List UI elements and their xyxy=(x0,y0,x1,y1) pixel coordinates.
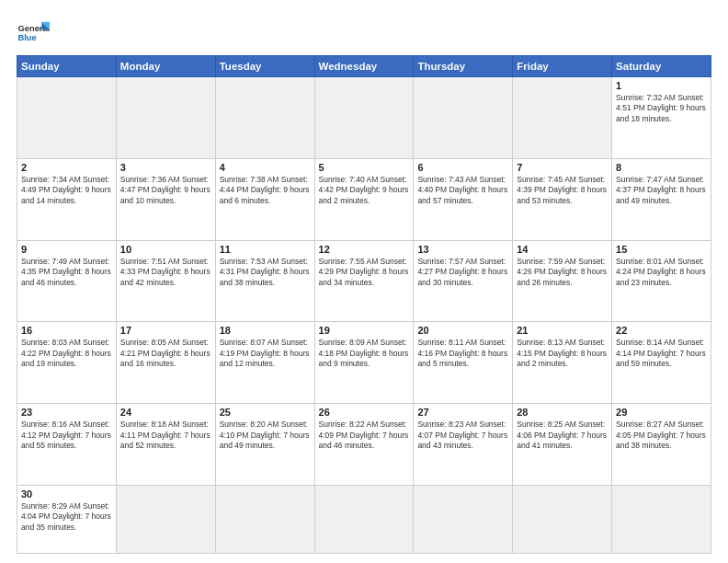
logo-icon: General Blue xyxy=(17,17,50,50)
day-number: 16 xyxy=(21,325,112,336)
calendar-cell xyxy=(116,77,215,159)
day-number: 3 xyxy=(120,162,211,173)
day-number: 18 xyxy=(220,325,311,336)
day-info: Sunrise: 7:47 AM Sunset: 4:37 PM Dayligh… xyxy=(616,175,707,206)
calendar-cell: 23Sunrise: 8:16 AM Sunset: 4:12 PM Dayli… xyxy=(17,404,117,486)
week-row-5: 23Sunrise: 8:16 AM Sunset: 4:12 PM Dayli… xyxy=(17,404,711,486)
day-info: Sunrise: 8:18 AM Sunset: 4:11 PM Dayligh… xyxy=(120,419,211,451)
day-info: Sunrise: 8:25 AM Sunset: 4:06 PM Dayligh… xyxy=(517,419,608,451)
day-number: 13 xyxy=(417,244,508,255)
week-row-2: 2Sunrise: 7:34 AM Sunset: 4:49 PM Daylig… xyxy=(17,158,711,240)
day-info: Sunrise: 8:09 AM Sunset: 4:18 PM Dayligh… xyxy=(319,338,410,369)
day-number: 15 xyxy=(616,244,707,255)
calendar-cell: 13Sunrise: 7:57 AM Sunset: 4:27 PM Dayli… xyxy=(414,240,513,322)
day-number: 17 xyxy=(120,325,211,336)
calendar-cell: 18Sunrise: 8:07 AM Sunset: 4:19 PM Dayli… xyxy=(215,322,314,404)
day-number: 21 xyxy=(517,325,608,336)
day-number: 8 xyxy=(616,162,707,173)
calendar-cell: 30Sunrise: 8:29 AM Sunset: 4:04 PM Dayli… xyxy=(17,485,117,553)
calendar-cell xyxy=(314,485,414,553)
calendar-cell xyxy=(17,77,117,159)
calendar-cell xyxy=(215,485,314,553)
calendar-cell: 11Sunrise: 7:53 AM Sunset: 4:31 PM Dayli… xyxy=(215,240,314,322)
calendar-cell xyxy=(513,485,612,553)
week-row-4: 16Sunrise: 8:03 AM Sunset: 4:22 PM Dayli… xyxy=(17,322,711,404)
week-row-1: 1Sunrise: 7:32 AM Sunset: 4:51 PM Daylig… xyxy=(17,77,711,159)
weekday-header-sunday: Sunday xyxy=(17,56,117,77)
calendar-cell xyxy=(314,77,414,159)
day-number: 11 xyxy=(220,244,311,255)
week-row-3: 9Sunrise: 7:49 AM Sunset: 4:35 PM Daylig… xyxy=(17,240,711,322)
weekday-header-tuesday: Tuesday xyxy=(215,56,314,77)
day-number: 2 xyxy=(21,162,112,173)
day-number: 9 xyxy=(21,244,112,255)
calendar-cell: 14Sunrise: 7:59 AM Sunset: 4:26 PM Dayli… xyxy=(513,240,612,322)
day-number: 14 xyxy=(517,244,608,255)
calendar-cell: 15Sunrise: 8:01 AM Sunset: 4:24 PM Dayli… xyxy=(612,240,711,322)
calendar-cell: 20Sunrise: 8:11 AM Sunset: 4:16 PM Dayli… xyxy=(414,322,513,404)
day-number: 30 xyxy=(21,488,112,500)
calendar-cell: 17Sunrise: 8:05 AM Sunset: 4:21 PM Dayli… xyxy=(116,322,215,404)
day-info: Sunrise: 7:53 AM Sunset: 4:31 PM Dayligh… xyxy=(220,257,311,288)
calendar-cell: 25Sunrise: 8:20 AM Sunset: 4:10 PM Dayli… xyxy=(215,404,314,486)
calendar-cell: 8Sunrise: 7:47 AM Sunset: 4:37 PM Daylig… xyxy=(612,158,711,240)
day-info: Sunrise: 7:55 AM Sunset: 4:29 PM Dayligh… xyxy=(319,257,410,288)
calendar-cell: 21Sunrise: 8:13 AM Sunset: 4:15 PM Dayli… xyxy=(513,322,612,404)
week-row-6: 30Sunrise: 8:29 AM Sunset: 4:04 PM Dayli… xyxy=(17,485,711,553)
calendar-cell: 2Sunrise: 7:34 AM Sunset: 4:49 PM Daylig… xyxy=(17,158,117,240)
day-number: 28 xyxy=(517,407,608,418)
day-info: Sunrise: 8:14 AM Sunset: 4:14 PM Dayligh… xyxy=(616,338,707,369)
day-info: Sunrise: 8:05 AM Sunset: 4:21 PM Dayligh… xyxy=(120,338,211,369)
day-number: 27 xyxy=(417,407,508,418)
calendar-cell: 26Sunrise: 8:22 AM Sunset: 4:09 PM Dayli… xyxy=(314,404,414,486)
day-info: Sunrise: 7:49 AM Sunset: 4:35 PM Dayligh… xyxy=(21,257,112,288)
day-info: Sunrise: 8:03 AM Sunset: 4:22 PM Dayligh… xyxy=(21,338,112,369)
day-info: Sunrise: 8:20 AM Sunset: 4:10 PM Dayligh… xyxy=(220,419,311,451)
day-number: 25 xyxy=(220,407,311,418)
calendar-cell: 10Sunrise: 7:51 AM Sunset: 4:33 PM Dayli… xyxy=(116,240,215,322)
day-info: Sunrise: 8:27 AM Sunset: 4:05 PM Dayligh… xyxy=(616,419,707,451)
day-info: Sunrise: 7:40 AM Sunset: 4:42 PM Dayligh… xyxy=(319,175,410,206)
calendar-cell xyxy=(215,77,314,159)
page-header: General Blue xyxy=(17,17,711,50)
calendar-cell: 16Sunrise: 8:03 AM Sunset: 4:22 PM Dayli… xyxy=(17,322,117,404)
day-info: Sunrise: 8:16 AM Sunset: 4:12 PM Dayligh… xyxy=(21,419,112,451)
calendar-cell: 29Sunrise: 8:27 AM Sunset: 4:05 PM Dayli… xyxy=(612,404,711,486)
calendar-cell: 19Sunrise: 8:09 AM Sunset: 4:18 PM Dayli… xyxy=(314,322,414,404)
calendar-cell: 24Sunrise: 8:18 AM Sunset: 4:11 PM Dayli… xyxy=(116,404,215,486)
weekday-header-friday: Friday xyxy=(513,56,612,77)
day-info: Sunrise: 7:45 AM Sunset: 4:39 PM Dayligh… xyxy=(517,175,608,206)
day-number: 23 xyxy=(21,407,112,418)
calendar-cell xyxy=(612,485,711,553)
day-info: Sunrise: 7:34 AM Sunset: 4:49 PM Dayligh… xyxy=(21,175,112,206)
day-info: Sunrise: 7:57 AM Sunset: 4:27 PM Dayligh… xyxy=(417,257,508,288)
day-info: Sunrise: 7:36 AM Sunset: 4:47 PM Dayligh… xyxy=(120,175,211,206)
calendar-cell: 3Sunrise: 7:36 AM Sunset: 4:47 PM Daylig… xyxy=(116,158,215,240)
calendar-cell: 27Sunrise: 8:23 AM Sunset: 4:07 PM Dayli… xyxy=(414,404,513,486)
calendar-cell: 1Sunrise: 7:32 AM Sunset: 4:51 PM Daylig… xyxy=(612,77,711,159)
weekday-header-monday: Monday xyxy=(116,56,215,77)
day-number: 10 xyxy=(120,244,211,255)
logo: General Blue xyxy=(17,17,50,50)
day-info: Sunrise: 7:32 AM Sunset: 4:51 PM Dayligh… xyxy=(616,93,707,124)
calendar-cell: 5Sunrise: 7:40 AM Sunset: 4:42 PM Daylig… xyxy=(314,158,414,240)
weekday-header-thursday: Thursday xyxy=(414,56,513,77)
day-number: 19 xyxy=(319,325,410,336)
weekday-header-wednesday: Wednesday xyxy=(314,56,414,77)
day-number: 7 xyxy=(517,162,608,173)
day-info: Sunrise: 8:01 AM Sunset: 4:24 PM Dayligh… xyxy=(616,257,707,288)
day-info: Sunrise: 8:13 AM Sunset: 4:15 PM Dayligh… xyxy=(517,338,608,369)
calendar-cell: 7Sunrise: 7:45 AM Sunset: 4:39 PM Daylig… xyxy=(513,158,612,240)
day-number: 12 xyxy=(319,244,410,255)
day-info: Sunrise: 7:59 AM Sunset: 4:26 PM Dayligh… xyxy=(517,257,608,288)
day-number: 26 xyxy=(319,407,410,418)
day-info: Sunrise: 8:29 AM Sunset: 4:04 PM Dayligh… xyxy=(21,501,112,533)
calendar-cell xyxy=(414,77,513,159)
day-number: 24 xyxy=(120,407,211,418)
calendar-cell: 28Sunrise: 8:25 AM Sunset: 4:06 PM Dayli… xyxy=(513,404,612,486)
day-number: 29 xyxy=(616,407,707,418)
calendar-cell xyxy=(513,77,612,159)
day-info: Sunrise: 8:07 AM Sunset: 4:19 PM Dayligh… xyxy=(220,338,311,369)
weekday-header-row: SundayMondayTuesdayWednesdayThursdayFrid… xyxy=(17,56,711,77)
day-number: 6 xyxy=(417,162,508,173)
